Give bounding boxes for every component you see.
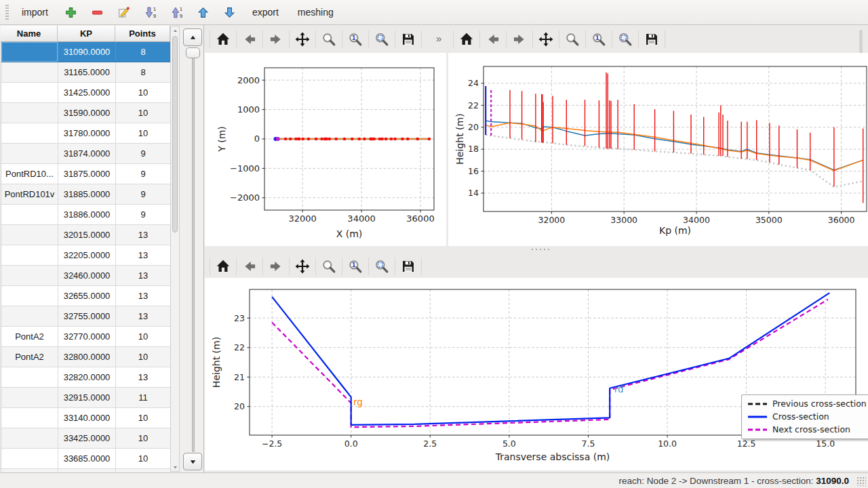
kp-cell[interactable]: 31425.0000	[58, 83, 116, 103]
name-cell[interactable]	[1, 469, 58, 472]
home-icon[interactable]	[456, 29, 477, 49]
points-cell[interactable]: 13	[116, 225, 171, 245]
table-scrollbar-thumb[interactable]	[172, 36, 178, 232]
points-cell[interactable]: 9	[116, 184, 171, 205]
kp-cell[interactable]: 32755.0000	[58, 306, 116, 327]
kp-cell[interactable]: 32915.0000	[58, 388, 116, 408]
remove-cross-section-icon[interactable]	[86, 3, 108, 22]
longitudinal-profile-plot[interactable]: 3200033000340003500036000141618202224Kp …	[448, 53, 868, 246]
table-row[interactable]	[1, 469, 171, 472]
save-icon[interactable]	[398, 256, 418, 277]
name-cell[interactable]	[1, 449, 58, 469]
name-cell[interactable]	[1, 408, 58, 428]
home-icon[interactable]	[213, 29, 233, 49]
points-cell[interactable]: 9	[116, 144, 171, 164]
kp-cell[interactable]: 31886.0000	[58, 205, 116, 225]
kp-cell[interactable]: 33685.0000	[58, 449, 116, 469]
table-row[interactable]: 31090.00008	[1, 42, 171, 62]
zoom-original-icon[interactable]	[589, 29, 609, 49]
points-cell[interactable]: 10	[116, 103, 171, 123]
scroll-down-icon[interactable]	[172, 464, 178, 471]
forward-icon[interactable]	[266, 29, 286, 49]
horizontal-splitter[interactable]	[204, 246, 868, 252]
name-cell[interactable]	[1, 205, 58, 225]
kp-cell[interactable]: 33425.0000	[58, 428, 116, 449]
points-cell[interactable]: 13	[116, 245, 171, 266]
kp-cell[interactable]: 33140.0000	[58, 408, 116, 428]
points-cell[interactable]: 9	[116, 205, 171, 225]
kp-cell[interactable]: 31780.0000	[58, 123, 116, 144]
column-header-name[interactable]: Name	[1, 26, 58, 42]
toolbar-drag-handle[interactable]	[5, 5, 9, 20]
points-cell[interactable]: 10	[116, 327, 171, 347]
name-cell[interactable]	[1, 428, 58, 449]
table-row[interactable]: 32655.000013	[1, 286, 171, 306]
save-icon[interactable]	[642, 29, 662, 49]
table-row[interactable]: 31874.00009	[1, 144, 171, 164]
kp-cell[interactable]: 32770.0000	[58, 327, 116, 347]
name-cell[interactable]	[1, 103, 58, 123]
name-cell[interactable]	[1, 367, 58, 388]
points-cell[interactable]: 13	[116, 306, 171, 327]
kp-cell[interactable]: 32800.0000	[58, 347, 116, 367]
zoom-icon[interactable]	[562, 29, 583, 49]
points-cell[interactable]: 11	[116, 388, 171, 408]
zoom-icon[interactable]	[319, 256, 339, 277]
previous-cross-section-icon[interactable]	[183, 28, 202, 46]
table-row[interactable]: 33685.000010	[1, 449, 171, 469]
table-row[interactable]: PontA232800.000010	[1, 347, 171, 367]
name-cell[interactable]: PontRD101v	[1, 184, 58, 205]
zoom-original-icon[interactable]	[345, 256, 366, 277]
table-row[interactable]: 33140.000010	[1, 408, 171, 428]
zoom-to-rect-icon[interactable]	[372, 256, 392, 277]
pan-icon[interactable]	[292, 256, 313, 277]
kp-cell[interactable]: 31874.0000	[58, 144, 116, 164]
cross-section-slider-track[interactable]	[192, 48, 195, 452]
export-button[interactable]: export	[245, 4, 286, 20]
cross-section-table[interactable]: 31090.0000831165.0000831425.00001031590.…	[1, 42, 171, 472]
move-down-icon[interactable]	[218, 3, 241, 22]
toolbar-overflow-chevron[interactable]: »	[436, 33, 441, 44]
points-cell[interactable]: 8	[116, 42, 171, 62]
kp-cell[interactable]: 31875.0000	[58, 164, 116, 184]
kp-cell[interactable]: 32015.0000	[58, 225, 116, 245]
zoom-original-icon[interactable]	[345, 29, 366, 49]
back-icon[interactable]	[483, 29, 503, 49]
name-cell[interactable]	[1, 266, 58, 286]
save-icon[interactable]	[398, 29, 418, 49]
back-icon[interactable]	[239, 29, 260, 49]
back-icon[interactable]	[239, 256, 260, 277]
home-icon[interactable]	[213, 256, 233, 277]
name-cell[interactable]	[1, 42, 58, 62]
kp-cell[interactable]: 32205.0000	[58, 245, 116, 266]
table-row[interactable]: PontRD10...31875.00009	[1, 164, 171, 184]
trace-plot[interactable]: 320003400036000−2000−1000010002000X (m)Y…	[205, 53, 446, 246]
name-cell[interactable]	[1, 286, 58, 306]
import-button[interactable]: import	[14, 4, 56, 20]
table-row[interactable]: 33425.000010	[1, 428, 171, 449]
table-row[interactable]: 31425.000010	[1, 83, 171, 103]
points-cell[interactable]: 13	[116, 367, 171, 388]
table-row[interactable]: 31165.00008	[1, 62, 171, 83]
table-scrollbar[interactable]	[170, 26, 180, 472]
table-row[interactable]: PontA232770.000010	[1, 327, 171, 347]
table-row[interactable]: 32015.000013	[1, 225, 171, 245]
next-cross-section-icon[interactable]	[183, 453, 202, 470]
edit-cross-section-icon[interactable]	[113, 3, 135, 22]
meshing-button[interactable]: meshing	[290, 4, 341, 20]
points-cell[interactable]: 13	[116, 266, 171, 286]
zoom-icon[interactable]	[319, 29, 339, 49]
kp-cell[interactable]: 31090.0000	[58, 42, 116, 62]
points-cell[interactable]: 10	[116, 83, 171, 103]
name-cell[interactable]	[1, 306, 58, 327]
name-cell[interactable]	[1, 225, 58, 245]
points-cell[interactable]: 10	[116, 428, 171, 449]
sort-ascending-icon[interactable]	[165, 3, 188, 22]
window-resize-grip[interactable]	[856, 476, 866, 486]
add-cross-section-icon[interactable]	[60, 3, 82, 22]
name-cell[interactable]: PontA2	[1, 347, 58, 367]
column-header-points[interactable]: Points	[115, 26, 170, 42]
points-cell[interactable]: 8	[116, 62, 171, 83]
name-cell[interactable]	[1, 62, 58, 83]
table-row[interactable]: 32820.000013	[1, 367, 171, 388]
